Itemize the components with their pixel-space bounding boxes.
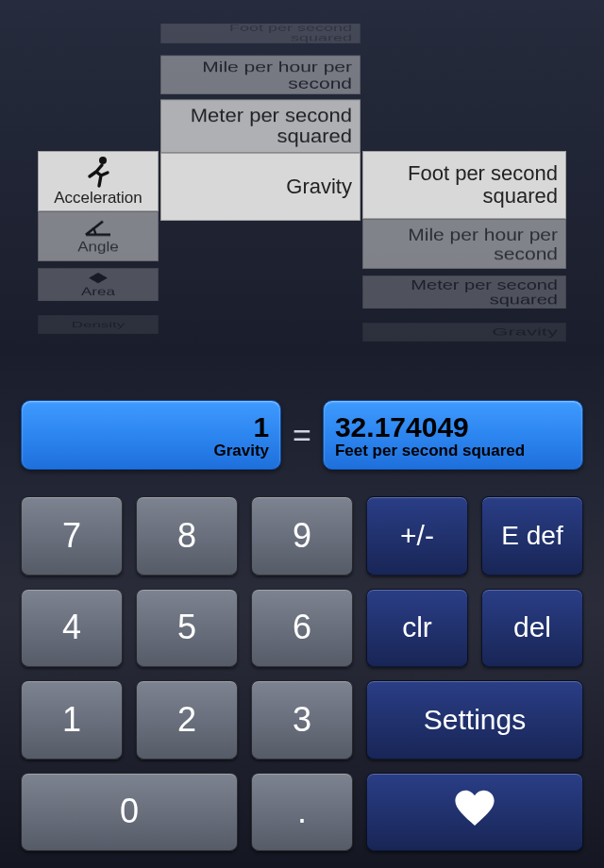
- to-unit-row-selected[interactable]: Foot per second squared: [362, 151, 566, 219]
- to-unit-row[interactable]: Mile per hour per second: [362, 219, 566, 269]
- category-label: Area: [81, 286, 115, 298]
- input-value: 1: [33, 411, 269, 443]
- output-value-box[interactable]: 32.174049 Feet per second squared: [323, 400, 583, 470]
- category-label: Angle: [77, 240, 118, 256]
- category-row[interactable]: Angle: [38, 211, 159, 261]
- key-plus-minus[interactable]: +/-: [366, 496, 468, 576]
- category-row[interactable]: Area: [38, 268, 159, 301]
- key-edef[interactable]: E def: [481, 496, 583, 576]
- from-unit-row-selected[interactable]: Gravity: [160, 153, 361, 221]
- from-unit-row[interactable]: Meter per second squared: [160, 99, 361, 153]
- key-0[interactable]: 0: [21, 773, 238, 852]
- to-unit-row[interactable]: Meter per second squared: [362, 275, 566, 309]
- angle-icon: [82, 218, 114, 238]
- from-unit-wheel[interactable]: Foot per second squared Mile per hour pe…: [160, 6, 361, 221]
- key-8[interactable]: 8: [136, 496, 238, 576]
- runner-icon: [83, 156, 113, 188]
- key-1[interactable]: 1: [21, 680, 123, 760]
- from-unit-row[interactable]: Foot per second squared: [160, 24, 361, 43]
- to-unit-wheel[interactable]: Foot per second squared Mile per hour pe…: [362, 151, 566, 360]
- output-unit: Feet per second squared: [335, 442, 571, 460]
- key-3[interactable]: 3: [251, 680, 353, 760]
- result-bar: 1 Gravity = 32.174049 Feet per second sq…: [21, 394, 583, 476]
- key-5[interactable]: 5: [136, 589, 238, 668]
- unit-pickers: Acceleration Angle Area Density Foot: [0, 0, 604, 391]
- key-settings[interactable]: Settings: [366, 680, 583, 760]
- category-label: Density: [72, 321, 126, 329]
- to-unit-row[interactable]: Gravity: [362, 323, 566, 342]
- heart-icon: [454, 790, 495, 834]
- equals-sign: =: [291, 417, 313, 454]
- key-dot[interactable]: .: [251, 773, 353, 852]
- key-7[interactable]: 7: [21, 496, 123, 576]
- category-row-selected[interactable]: Acceleration: [38, 151, 159, 211]
- category-row[interactable]: Density: [38, 315, 159, 334]
- key-favorite[interactable]: [366, 773, 583, 852]
- input-value-box[interactable]: 1 Gravity: [21, 400, 281, 470]
- category-label: Acceleration: [54, 190, 143, 208]
- svg-point-0: [99, 157, 107, 164]
- keypad: 7 8 9 +/- E def 4 5 6 clr del 1 2 3 Sett…: [21, 496, 583, 851]
- output-value: 32.174049: [335, 411, 571, 443]
- input-unit: Gravity: [33, 442, 269, 460]
- from-unit-row[interactable]: Mile per hour per second: [160, 56, 361, 94]
- key-delete[interactable]: del: [481, 589, 583, 668]
- category-wheel[interactable]: Acceleration Angle Area Density: [38, 151, 159, 353]
- key-2[interactable]: 2: [136, 680, 238, 760]
- key-4[interactable]: 4: [21, 589, 123, 668]
- key-clear[interactable]: clr: [366, 589, 468, 668]
- key-6[interactable]: 6: [251, 589, 353, 668]
- key-9[interactable]: 9: [251, 496, 353, 576]
